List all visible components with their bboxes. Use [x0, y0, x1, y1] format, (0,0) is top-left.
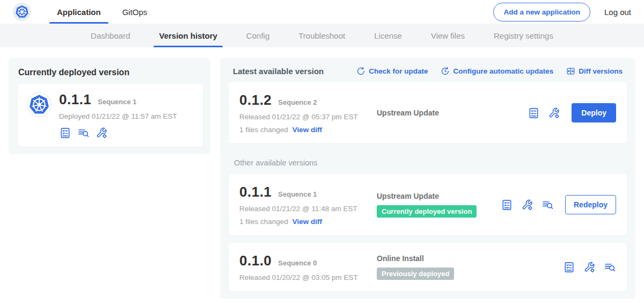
- latest-version-title: Latest available version: [233, 67, 324, 76]
- previously-deployed-badge: Previously deployed: [377, 268, 454, 280]
- preflight-checks-icon[interactable]: [59, 127, 71, 139]
- currently-deployed-badge: Currently deployed version: [377, 205, 477, 218]
- version-number: 0.1.2: [239, 92, 272, 109]
- tab-gitops[interactable]: GitOps: [115, 0, 155, 24]
- add-application-button[interactable]: Add a new application: [493, 3, 590, 21]
- deployed-sequence-label: Sequence 1: [98, 98, 136, 106]
- version-row-info: 0.1.2 Sequence 2 Released 01/21/22 @ 05:…: [239, 92, 377, 134]
- version-number: 0.1.0: [239, 252, 272, 269]
- files-changed-line: 1 files changedView diff: [239, 218, 377, 226]
- view-config-icon[interactable]: [96, 127, 108, 139]
- files-changed-count: 1 files changed: [239, 126, 288, 134]
- released-timestamp: Released 01/21/22 @ 05:37 pm EST: [239, 113, 377, 121]
- top-nav-bar: Application GitOps Add a new application…: [0, 0, 644, 24]
- redeploy-button[interactable]: Redeploy: [565, 195, 616, 214]
- kubernetes-app-icon: [28, 94, 50, 116]
- version-row-source: Upstream Update: [377, 109, 439, 117]
- view-diff-link[interactable]: View diff: [292, 218, 322, 226]
- source-label: Online Install: [377, 254, 424, 263]
- refresh-icon: [356, 67, 365, 76]
- version-row-source: Upstream Update Currently deployed versi…: [377, 192, 477, 218]
- subnav-tab-view-files[interactable]: View files: [426, 24, 470, 47]
- subnav-tab-dashboard[interactable]: Dashboard: [85, 24, 135, 47]
- subnav-tab-troubleshoot[interactable]: Troubleshoot: [293, 24, 350, 47]
- deploy-logs-icon[interactable]: [541, 199, 554, 211]
- deployed-version-number: 0.1.1: [59, 91, 91, 108]
- sequence-label: Sequence 2: [278, 98, 317, 106]
- deployed-card-title: Currently deployed version: [18, 68, 203, 77]
- kubernetes-logo[interactable]: [13, 3, 31, 21]
- version-row-actions: Redeploy: [501, 195, 616, 214]
- subnav-tab-label: Registry settings: [494, 31, 553, 40]
- subnav-tab-label: Version history: [159, 31, 217, 40]
- app-icon-badge: [27, 92, 52, 117]
- sequence-label: Sequence 1: [278, 190, 317, 198]
- panel-header: Latest available version Check for updat…: [229, 66, 627, 82]
- version-row-0-1-2: 0.1.2 Sequence 2 Released 01/21/22 @ 05:…: [229, 82, 627, 143]
- panel-actions: Check for update Configure automatic upd…: [356, 67, 623, 76]
- version-row-0-1-1: 0.1.1 Sequence 1 Released 01/21/22 @ 11:…: [229, 174, 627, 235]
- files-changed-line: 1 files changedView diff: [239, 126, 377, 134]
- sequence-label: Sequence 0: [278, 259, 317, 267]
- version-row-source: Online Install Previously deployed: [377, 254, 454, 280]
- preflight-checks-icon[interactable]: [563, 261, 575, 273]
- deploy-button[interactable]: Deploy: [572, 103, 616, 122]
- view-config-icon[interactable]: [521, 199, 533, 211]
- view-diff-link[interactable]: View diff: [292, 126, 322, 134]
- configure-automatic-updates-label: Configure automatic updates: [453, 67, 553, 75]
- view-config-icon[interactable]: [548, 107, 560, 119]
- subnav-tab-config[interactable]: Config: [241, 24, 275, 47]
- source-label: Upstream Update: [377, 109, 439, 117]
- files-changed-count: 1 files changed: [239, 218, 288, 226]
- diff-versions-link[interactable]: Diff versions: [566, 67, 623, 76]
- diff-versions-label: Diff versions: [579, 67, 623, 75]
- check-for-update-link[interactable]: Check for update: [356, 67, 428, 76]
- preflight-checks-icon[interactable]: [501, 199, 513, 211]
- subnav-tab-label: Troubleshoot: [298, 31, 345, 40]
- top-bar-right: Add a new application Log out: [493, 0, 631, 24]
- version-row-info: 0.1.0 Sequence 0 Released 01/20/22 @ 03:…: [239, 252, 377, 282]
- diff-icon: [566, 67, 575, 76]
- subnav-tab-label: View files: [431, 31, 465, 40]
- configure-automatic-updates-link[interactable]: Configure automatic updates: [441, 67, 553, 76]
- version-row-0-1-0: 0.1.0 Sequence 0 Released 01/20/22 @ 03:…: [229, 243, 627, 291]
- version-row-actions: [563, 261, 616, 273]
- check-for-update-label: Check for update: [369, 67, 428, 75]
- version-number: 0.1.1: [239, 184, 272, 200]
- tab-application[interactable]: Application: [49, 0, 108, 24]
- tab-application-label: Application: [57, 8, 101, 17]
- top-tabs: Application GitOps: [49, 0, 161, 24]
- deploy-logs-icon[interactable]: [604, 261, 616, 273]
- app-subnav: Dashboard Version history Config Trouble…: [0, 24, 644, 47]
- subnav-tab-version-history[interactable]: Version history: [153, 24, 222, 47]
- auto-update-clock-icon: [441, 67, 450, 76]
- deployed-version-info: 0.1.1 Sequence 1 Deployed 01/21/22 @ 11:…: [59, 91, 177, 139]
- currently-deployed-card: Currently deployed version 0.1.1 Sequenc…: [9, 58, 210, 154]
- subnav-tab-label: License: [374, 31, 402, 40]
- released-timestamp: Released 01/21/22 @ 11:48 am EST: [239, 205, 377, 213]
- kubernetes-helm-icon: [15, 5, 29, 19]
- source-label: Upstream Update: [377, 192, 439, 200]
- version-row-info: 0.1.1 Sequence 1 Released 01/21/22 @ 11:…: [239, 184, 377, 226]
- subnav-tab-label: Config: [246, 31, 269, 40]
- preflight-checks-icon[interactable]: [528, 107, 540, 119]
- main-content: Currently deployed version 0.1.1 Sequenc…: [0, 47, 644, 299]
- version-history-panel: Latest available version Check for updat…: [220, 58, 635, 299]
- deployed-timestamp: Deployed 01/21/22 @ 11:57 am EST: [59, 112, 177, 120]
- deployed-actions: [59, 127, 177, 139]
- tab-gitops-label: GitOps: [122, 8, 148, 17]
- subnav-tab-registry-settings[interactable]: Registry settings: [488, 24, 559, 47]
- released-timestamp: Released 01/20/22 @ 03:05 pm EST: [239, 273, 377, 282]
- other-versions-title: Other available versions: [234, 158, 627, 167]
- subnav-tab-license[interactable]: License: [369, 24, 407, 47]
- deploy-logs-icon[interactable]: [77, 127, 90, 139]
- deployed-version-card: 0.1.1 Sequence 1 Deployed 01/21/22 @ 11:…: [18, 84, 203, 147]
- logout-link[interactable]: Log out: [604, 8, 631, 17]
- version-row-actions: Deploy: [528, 103, 616, 122]
- view-config-icon[interactable]: [583, 261, 596, 273]
- subnav-tab-label: Dashboard: [91, 31, 130, 40]
